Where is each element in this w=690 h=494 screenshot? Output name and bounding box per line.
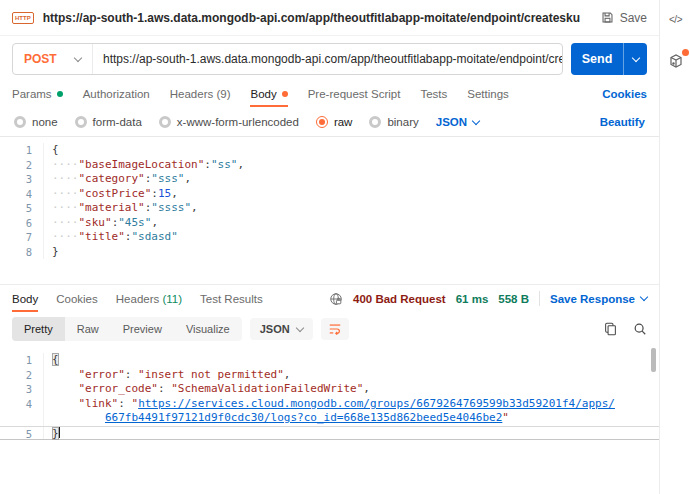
- line-number: 3: [0, 382, 44, 397]
- tab-params[interactable]: Params: [12, 81, 63, 107]
- send-button[interactable]: Send: [571, 43, 647, 75]
- right-sidebar: </>: [661, 0, 690, 494]
- url-input[interactable]: https://ap-south-1.aws.data.mongodb-api.…: [93, 52, 563, 66]
- code-token: ,: [284, 368, 291, 381]
- body-language-select[interactable]: JSON: [436, 116, 479, 128]
- copy-icon: [604, 322, 617, 336]
- status-code: 400 Bad Request: [353, 293, 446, 305]
- method-label: POST: [24, 52, 57, 66]
- code-line[interactable]: 5}: [0, 426, 659, 441]
- body-mode-binary[interactable]: binary: [369, 116, 418, 128]
- status-time: 61 ms: [456, 293, 489, 305]
- code-token: "insert not permitted": [138, 368, 284, 381]
- body-mode-x-www-form-urlencoded[interactable]: x-www-form-urlencoded: [159, 116, 299, 128]
- code-line[interactable]: 1{: [0, 353, 659, 368]
- code-token: "ssss": [151, 201, 191, 214]
- body-mode-list: noneform-datax-www-form-urlencodedrawbin…: [14, 116, 419, 128]
- code-token: ,: [184, 172, 191, 185]
- response-body-editor[interactable]: 1{2 "error": "insert not permitted",3 "e…: [0, 346, 659, 494]
- cookies-link[interactable]: Cookies: [602, 88, 647, 100]
- code-line[interactable]: 2····"baseImageLocation":"ss",: [0, 158, 659, 173]
- radio-icon: [369, 116, 381, 128]
- body-mode-label: none: [32, 116, 58, 128]
- copy-button[interactable]: [604, 322, 617, 336]
- tab-authorization[interactable]: Authorization: [83, 81, 150, 107]
- response-link[interactable]: 667fb4491f97121d9f0cdc30/logs?co_id=668e…: [105, 411, 502, 424]
- code-line[interactable]: 3····"category":"sss",: [0, 172, 659, 187]
- code-text: ····"baseImageLocation":"ss",: [44, 158, 244, 173]
- code-line[interactable]: 2 "error": "insert not permitted",: [0, 368, 659, 383]
- code-token: ,: [151, 216, 158, 229]
- tab-body[interactable]: Body: [250, 81, 287, 107]
- response-tab-cookies[interactable]: Cookies: [56, 286, 98, 312]
- notification-dot: [682, 49, 689, 56]
- line-number: 3: [0, 172, 44, 187]
- body-mode-none[interactable]: none: [14, 116, 58, 128]
- save-button[interactable]: Save: [601, 11, 647, 25]
- response-link[interactable]: https://services.cloud.mongodb.com/group…: [138, 397, 615, 410]
- tab-pre-request-script[interactable]: Pre-request Script: [308, 81, 401, 107]
- line-number: 5: [0, 201, 44, 216]
- status-size: 558 B: [498, 293, 529, 305]
- body-mode-raw[interactable]: raw: [316, 116, 353, 128]
- code-line[interactable]: 6····"sku":"45s",: [0, 216, 659, 231]
- response-tab-body[interactable]: Body: [12, 286, 38, 312]
- view-tab-raw[interactable]: Raw: [65, 317, 111, 341]
- save-icon: [601, 11, 614, 24]
- code-line[interactable]: 4····"costPrice":15,: [0, 187, 659, 202]
- body-mode-label: binary: [387, 116, 418, 128]
- body-mode-row: noneform-datax-www-form-urlencodedrawbin…: [0, 108, 659, 136]
- body-mode-label: x-www-form-urlencoded: [177, 116, 299, 128]
- code-line[interactable]: 667fb4491f97121d9f0cdc30/logs?co_id=668e…: [0, 411, 659, 426]
- save-response-button[interactable]: Save Response: [550, 293, 647, 305]
- request-url-row: POST https://ap-south-1.aws.data.mongodb…: [0, 36, 659, 80]
- code-text: ····"material":"ssss",: [44, 201, 198, 216]
- code-text: }: [44, 245, 59, 260]
- beautify-link[interactable]: Beautify: [600, 116, 645, 128]
- postbot-button[interactable]: [668, 53, 684, 69]
- search-button[interactable]: [633, 322, 647, 336]
- line-number: 8: [0, 245, 44, 260]
- code-token: "sdasd": [131, 230, 177, 243]
- wrap-text-button[interactable]: [321, 318, 349, 340]
- code-token: "sku": [79, 216, 112, 229]
- code-text: {: [44, 143, 59, 158]
- response-tab-test-results[interactable]: Test Results: [200, 286, 263, 312]
- send-options-chevron[interactable]: [623, 43, 647, 75]
- code-token: "link": [79, 397, 119, 410]
- scrollbar-thumb[interactable]: [651, 348, 656, 372]
- code-token: ,: [237, 158, 244, 171]
- view-tab-preview[interactable]: Preview: [111, 317, 174, 341]
- code-line[interactable]: 7····"title":"sdasd": [0, 230, 659, 245]
- request-body-editor[interactable]: 1{2····"baseImageLocation":"ss",3····"ca…: [0, 136, 659, 284]
- body-mode-form-data[interactable]: form-data: [75, 116, 142, 128]
- response-tab-headers[interactable]: Headers (11): [116, 286, 182, 312]
- response-status-bar: 400 Bad Request 61 ms 558 B Save Respons…: [329, 291, 647, 306]
- headers-count: (11): [162, 293, 182, 305]
- method-select[interactable]: POST: [13, 44, 93, 74]
- tab-tests[interactable]: Tests: [420, 81, 447, 107]
- wrap-text-icon: [328, 322, 342, 336]
- view-tab-pretty[interactable]: Pretty: [12, 317, 65, 341]
- response-language-label: JSON: [260, 323, 290, 335]
- code-token: ····: [52, 230, 79, 243]
- tab-settings[interactable]: Settings: [467, 81, 509, 107]
- code-line[interactable]: 1{: [0, 143, 659, 158]
- response-language-select[interactable]: JSON: [250, 318, 313, 340]
- line-number: 7: [0, 230, 44, 245]
- code-token: "SchemaValidationFailedWrite": [171, 382, 363, 395]
- save-response-label: Save Response: [550, 293, 635, 305]
- code-token: "error": [79, 368, 125, 381]
- body-language-label: JSON: [436, 116, 467, 128]
- tab-headers-9[interactable]: Headers (9): [170, 81, 231, 107]
- request-title-url: https://ap-south-1.aws.data.mongodb-api.…: [43, 11, 592, 25]
- code-line[interactable]: 3 "error_code": "SchemaValidationFailedW…: [0, 382, 659, 397]
- code-token: }: [52, 245, 59, 258]
- code-line[interactable]: 8}: [0, 245, 659, 260]
- code-snippet-button[interactable]: </>: [669, 14, 682, 25]
- view-tab-visualize[interactable]: Visualize: [174, 317, 242, 341]
- divider: [539, 291, 540, 306]
- code-token: :: [204, 158, 211, 171]
- code-line[interactable]: 4 "link": "https://services.cloud.mongod…: [0, 397, 659, 412]
- code-line[interactable]: 5····"material":"ssss",: [0, 201, 659, 216]
